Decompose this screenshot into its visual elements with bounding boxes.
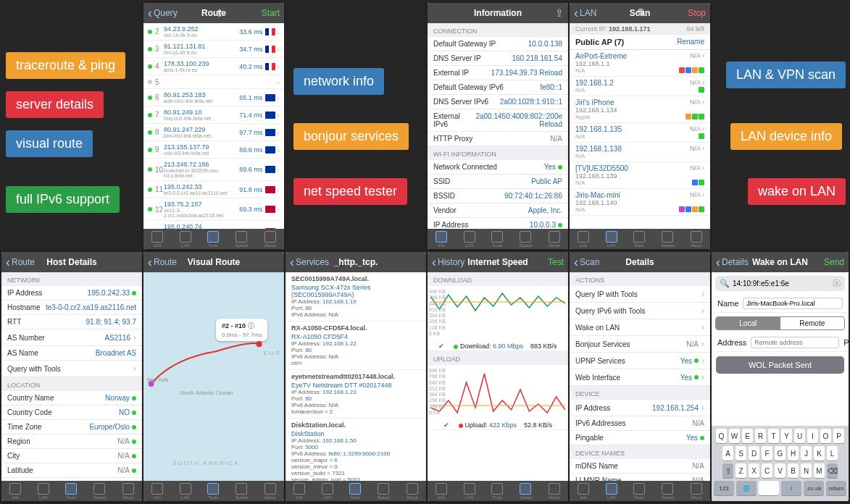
- key-x[interactable]: X: [749, 463, 759, 478]
- lan-device[interactable]: 192.168.1.135N/A ›N/A: [570, 123, 710, 143]
- address-input[interactable]: [751, 337, 839, 348]
- key-j[interactable]: J: [801, 446, 812, 461]
- tab-lan[interactable]: LAN: [322, 483, 333, 500]
- bonjour-service[interactable]: DiskStation.local.DiskStationIP Address:…: [286, 419, 426, 481]
- key-return[interactable]: return: [826, 481, 846, 495]
- stop-button[interactable]: Stop: [688, 8, 706, 18]
- tab-speed[interactable]: Speed: [662, 231, 674, 248]
- key-f[interactable]: F: [762, 446, 772, 461]
- tab-tools[interactable]: Tools: [207, 231, 219, 248]
- tab-speed[interactable]: Speed: [520, 231, 532, 248]
- key-y[interactable]: Y: [781, 429, 792, 443]
- tab-about[interactable]: About: [691, 231, 702, 248]
- tab-info[interactable]: Info: [293, 483, 305, 500]
- mac-search-input[interactable]: [733, 280, 833, 287]
- tab-info[interactable]: Info: [151, 231, 163, 248]
- tab-lan[interactable]: LAN: [180, 483, 191, 500]
- key-l[interactable]: L: [827, 446, 838, 461]
- key-o[interactable]: O: [820, 429, 831, 443]
- clear-icon[interactable]: ⓧ: [833, 278, 841, 289]
- tab-speed[interactable]: Speed: [378, 483, 390, 500]
- lan-device[interactable]: 192.168.1.2N/A ›N/A: [570, 77, 710, 96]
- back-lan[interactable]: LAN: [574, 8, 596, 18]
- hop-11[interactable]: 11195.0.242.33te3-0-0.cr2.xa19.as2116.ne…: [143, 181, 284, 198]
- rename-button[interactable]: Rename: [677, 38, 704, 46]
- tab-tools[interactable]: Tools: [633, 483, 645, 500]
- back-scan[interactable]: Scan: [574, 257, 599, 267]
- bonjour-service[interactable]: eyetvnetstreamdtt02017448.local.EyeTV Ne…: [286, 370, 426, 419]
- key-⇧[interactable]: ⇧: [722, 463, 733, 478]
- tab-about[interactable]: About: [549, 231, 560, 248]
- local-remote-segment[interactable]: Local Remote: [715, 316, 845, 330]
- back-services[interactable]: Services: [290, 257, 329, 267]
- back-details[interactable]: Details: [716, 257, 749, 267]
- map-callout[interactable]: #2 - #10 ⓘ 0.0ms - 97.7ms: [216, 319, 267, 341]
- hop-10[interactable]: 10213.248.72.186broadnet-ic-303599-oso-b…: [143, 159, 284, 181]
- tab-about[interactable]: About: [264, 483, 276, 500]
- tab-speed[interactable]: Speed: [93, 483, 106, 500]
- tab-about[interactable]: About: [264, 231, 276, 248]
- lan-device[interactable]: Jiri's iPhoneN/A ›192.168.1.134Apple: [570, 96, 710, 123]
- tab-tools[interactable]: Tools: [491, 231, 503, 248]
- row-ip-address[interactable]: IP Address192.168.1.254›: [570, 400, 710, 416]
- key-.co.uk[interactable]: .co.uk: [804, 481, 824, 495]
- share-icon[interactable]: ⇪: [555, 7, 564, 19]
- test-button[interactable]: Test: [548, 257, 564, 267]
- hop-8[interactable]: 880.91.247.229kbn-bb2-link.telia.net97.7…: [143, 124, 284, 141]
- row-bonjour-services[interactable]: Bonjour ServicesN/A›: [570, 336, 710, 353]
- key-b[interactable]: B: [788, 463, 799, 478]
- bonjour-service[interactable]: SEC0015999A749A.local.Samsung SCX-472x S…: [286, 272, 426, 322]
- key-i[interactable]: I: [807, 429, 818, 443]
- row-web-interface[interactable]: Web InterfaceYes›: [570, 369, 710, 386]
- tab-lan[interactable]: LAN: [606, 483, 617, 500]
- keyboard[interactable]: QWERTYUIOP ASDFGHJKL ⇧ZXCVBNM⌫ 123🌐/.co.…: [712, 426, 849, 501]
- tab-lan[interactable]: LAN: [464, 483, 475, 500]
- tab-tools[interactable]: Tools: [65, 483, 77, 500]
- key-c[interactable]: C: [762, 463, 772, 478]
- key-v[interactable]: V: [775, 463, 786, 478]
- hop-7[interactable]: 780.91.249.10hbg-bb2-link.telia.net71.4 …: [143, 106, 284, 124]
- hop-5[interactable]: 5›: [143, 75, 284, 89]
- key-d[interactable]: D: [749, 446, 759, 461]
- tab-lan[interactable]: LAN: [38, 483, 49, 500]
- tab-speed[interactable]: Speed: [236, 483, 248, 500]
- bonjour-service[interactable]: RX-A1050-CFD5F4.local.RX-A1050 CFD5F4IP …: [286, 322, 426, 370]
- key-e[interactable]: E: [742, 429, 753, 443]
- tab-info[interactable]: Info: [9, 483, 21, 500]
- lan-device[interactable]: AirPort-ExtremeN/A ›192.168.1.1N/A: [570, 50, 710, 77]
- tab-info[interactable]: Info: [151, 483, 163, 500]
- hop-13[interactable]: 13195.0.240.74te0-0-0.oslo-oslos3da-pe6.…: [143, 221, 284, 229]
- key-⌫[interactable]: ⌫: [827, 463, 838, 478]
- row-query-ip-with-tools[interactable]: Query IP with Tools›: [570, 286, 710, 303]
- key-g[interactable]: G: [775, 446, 786, 461]
- back-route[interactable]: Route: [148, 257, 177, 267]
- key-h[interactable]: H: [788, 446, 799, 461]
- back-route[interactable]: Route: [6, 257, 35, 267]
- tab-tools[interactable]: Tools: [349, 483, 361, 500]
- tab-info[interactable]: Info: [578, 483, 589, 500]
- key-123[interactable]: 123: [714, 481, 734, 495]
- tab-lan[interactable]: LAN: [606, 231, 617, 248]
- tab-info[interactable]: Info: [578, 231, 589, 248]
- back-query[interactable]: Query: [148, 8, 178, 18]
- key-m[interactable]: M: [814, 463, 825, 478]
- key-🌐[interactable]: 🌐: [736, 481, 757, 495]
- key-p[interactable]: P: [833, 429, 844, 443]
- hop-12[interactable]: 12193.75.2.157xe11-3-2.cr1.oslos3da.as21…: [143, 198, 284, 221]
- hop-9[interactable]: 9213.155.137.79oslo-b3-link.telia.net89.…: [143, 141, 284, 159]
- back-history[interactable]: History: [432, 257, 464, 267]
- seg-local[interactable]: Local: [716, 317, 780, 329]
- tab-info[interactable]: Info: [436, 231, 447, 248]
- key-r[interactable]: R: [755, 429, 766, 443]
- tab-speed[interactable]: Speed: [236, 231, 248, 248]
- row-wake-on-lan[interactable]: Wake on LAN›: [570, 319, 710, 336]
- name-input[interactable]: [743, 298, 843, 309]
- key-k[interactable]: K: [814, 446, 825, 461]
- seg-remote[interactable]: Remote: [780, 317, 845, 329]
- row-query-with-tools[interactable]: Query with Tools›: [1, 361, 142, 377]
- tab-lan[interactable]: LAN: [180, 231, 191, 248]
- key-s[interactable]: S: [736, 446, 746, 461]
- tab-info[interactable]: Info: [436, 483, 447, 500]
- key-q[interactable]: Q: [716, 429, 727, 443]
- send-button[interactable]: Send: [824, 257, 844, 267]
